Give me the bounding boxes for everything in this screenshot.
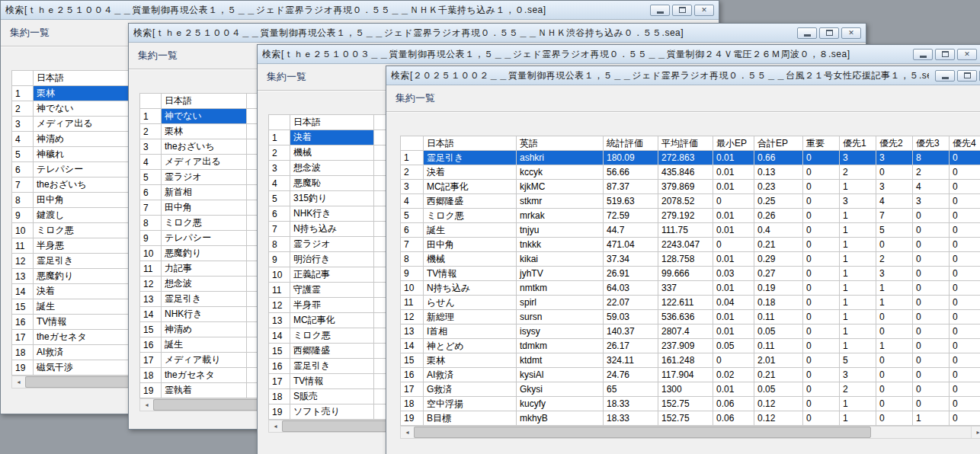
column-header[interactable]: 統計評価 bbox=[604, 136, 658, 151]
grid-cell[interactable]: 0 bbox=[803, 397, 840, 411]
grid-cell[interactable]: 24.76 bbox=[604, 368, 658, 382]
grid-cell[interactable]: 1300 bbox=[658, 382, 713, 397]
scroll-left-button[interactable]: ◂ bbox=[140, 399, 154, 411]
grid-cell[interactable]: 鍵渡し bbox=[34, 208, 130, 223]
row-number-cell[interactable]: 3 bbox=[401, 180, 424, 194]
grid-cell[interactable]: theガセネタ bbox=[162, 368, 247, 383]
grid-cell[interactable]: 2 bbox=[876, 252, 913, 267]
grid-cell[interactable]: G救済 bbox=[424, 382, 517, 397]
grid-cell[interactable]: 0 bbox=[713, 194, 754, 209]
grid-cell[interactable]: 悪魔恥 bbox=[290, 176, 374, 191]
grid-cell[interactable]: spirl bbox=[517, 296, 604, 310]
row-number-cell[interactable]: 15 bbox=[140, 322, 162, 337]
row-number-cell[interactable]: 19 bbox=[140, 383, 162, 398]
table-row[interactable]: 15栗林ktdmt324.11161.24802.0105000 bbox=[401, 353, 980, 368]
grid-cell[interactable]: 霊ラジオ bbox=[162, 170, 247, 185]
row-number-cell[interactable]: 5 bbox=[140, 170, 162, 185]
titlebar[interactable]: 検索[ｔｈｅ２５１００４＿＿質量制御再現公表１，５＿＿ジェド霊界ラジオ再現０．５… bbox=[129, 24, 866, 43]
row-number-cell[interactable]: 6 bbox=[401, 223, 424, 238]
grid-cell[interactable]: 0.29 bbox=[754, 252, 803, 267]
grid-cell[interactable]: 3 bbox=[840, 368, 876, 382]
grid-cell[interactable]: ミロク悪 bbox=[162, 216, 247, 231]
grid-cell[interactable]: 0.05 bbox=[754, 382, 803, 397]
grid-cell[interactable]: 5 bbox=[840, 353, 876, 368]
grid-cell[interactable]: 122.611 bbox=[658, 296, 713, 310]
titlebar[interactable]: 検索[ｔｈｅ２５１００４＿＿質量制御再現公表１，５＿＿ジェド霊界ラジオ再現０．５… bbox=[1, 1, 719, 20]
grid-cell[interactable]: MC記事化 bbox=[290, 313, 374, 328]
row-number-cell[interactable]: 13 bbox=[140, 292, 162, 307]
row-number-cell[interactable]: 15 bbox=[269, 344, 290, 359]
grid-cell[interactable]: 神穢れ bbox=[34, 147, 130, 162]
grid-cell[interactable]: ミロク悪 bbox=[424, 209, 517, 223]
grid-cell[interactable]: 2243.047 bbox=[658, 238, 713, 252]
column-header[interactable]: 優先4 bbox=[950, 136, 980, 151]
grid-cell[interactable]: 0 bbox=[803, 339, 840, 353]
grid-cell[interactable]: 3 bbox=[876, 180, 913, 194]
row-number-cell[interactable]: 19 bbox=[12, 360, 34, 376]
grid-cell[interactable]: 半身罪 bbox=[290, 298, 374, 313]
grid-cell[interactable]: 2078.52 bbox=[658, 194, 713, 209]
grid-cell[interactable]: B目標 bbox=[424, 411, 517, 426]
column-header[interactable]: 重要 bbox=[803, 136, 840, 151]
grid-cell[interactable]: 59.03 bbox=[604, 310, 658, 325]
row-number-cell[interactable]: 5 bbox=[401, 209, 424, 223]
row-number-cell[interactable]: 17 bbox=[401, 382, 424, 397]
grid-cell[interactable]: mrkak bbox=[517, 209, 604, 223]
row-number-cell[interactable]: 17 bbox=[140, 353, 162, 368]
grid-cell[interactable]: 0.19 bbox=[754, 281, 803, 296]
grid-cell[interactable]: 0 bbox=[913, 339, 950, 353]
table-row[interactable]: 16AI救済kysiAl24.76117.9040.020.2103000 bbox=[401, 368, 980, 382]
grid-cell[interactable]: 4 bbox=[876, 194, 913, 209]
grid-cell[interactable]: 空中浮揚 bbox=[424, 397, 517, 411]
row-number-cell[interactable]: 18 bbox=[401, 397, 424, 411]
grid-cell[interactable]: 1 bbox=[840, 397, 876, 411]
row-number-cell[interactable]: 15 bbox=[12, 299, 34, 315]
column-header[interactable]: 優先3 bbox=[913, 136, 950, 151]
row-number-cell[interactable]: 6 bbox=[140, 185, 162, 200]
grid-cell[interactable]: 18.33 bbox=[604, 397, 658, 411]
row-number-cell[interactable]: 9 bbox=[401, 267, 424, 281]
row-number-cell[interactable]: 8 bbox=[401, 252, 424, 267]
table-row[interactable]: 10N持ち込みnmtkm64.033370.010.1901100 bbox=[401, 281, 980, 296]
row-number-cell[interactable]: 18 bbox=[12, 345, 34, 360]
row-number-cell[interactable]: 11 bbox=[12, 238, 34, 254]
grid-cell[interactable]: 0 bbox=[803, 353, 840, 368]
column-header[interactable]: 日本語 bbox=[34, 71, 130, 86]
grid-cell[interactable]: 1 bbox=[840, 209, 876, 223]
grid-cell[interactable]: NHK行き bbox=[162, 307, 247, 322]
grid-cell[interactable]: 0 bbox=[950, 397, 980, 411]
grid-cell[interactable]: 1 bbox=[876, 281, 913, 296]
grid-cell[interactable]: 0.03 bbox=[713, 267, 754, 281]
grid-cell[interactable]: ktdmt bbox=[517, 353, 604, 368]
column-header[interactable]: 日本語 bbox=[290, 115, 374, 130]
maximize-button[interactable] bbox=[819, 27, 839, 39]
row-number-cell[interactable]: 10 bbox=[140, 246, 162, 261]
grid-cell[interactable]: 霊執着 bbox=[162, 383, 247, 398]
grid-cell[interactable]: 0 bbox=[913, 397, 950, 411]
column-header[interactable]: 平均評価 bbox=[658, 136, 713, 151]
close-button[interactable]: ✕ bbox=[841, 27, 861, 39]
grid-cell[interactable]: 正義記事 bbox=[290, 267, 374, 283]
grid-cell[interactable]: 3 bbox=[840, 151, 876, 165]
grid-cell[interactable]: 0 bbox=[950, 310, 980, 325]
row-number-cell[interactable]: 18 bbox=[269, 389, 290, 404]
maximize-button[interactable] bbox=[935, 49, 955, 60]
table-row[interactable]: 2決着kccyk56.66435.8460.010.1302020 bbox=[401, 165, 980, 180]
grid-cell[interactable]: 2 bbox=[913, 165, 950, 180]
row-number-cell[interactable]: 4 bbox=[401, 194, 424, 209]
maximize-button[interactable] bbox=[957, 70, 977, 82]
grid-cell[interactable]: 72.59 bbox=[604, 209, 658, 223]
grid-cell[interactable]: 152.75 bbox=[658, 411, 713, 426]
table-row[interactable]: 1霊足引きashkri180.09272.8630.010.6603380 bbox=[401, 151, 980, 165]
grid-cell[interactable]: MC記事化 bbox=[424, 180, 517, 194]
grid-cell[interactable]: 0.01 bbox=[713, 252, 754, 267]
grid-cell[interactable]: 1 bbox=[840, 339, 876, 353]
grid-cell[interactable]: 0 bbox=[950, 339, 980, 353]
row-number-cell[interactable]: 3 bbox=[269, 161, 290, 176]
grid-cell[interactable]: 87.37 bbox=[604, 180, 658, 194]
grid-cell[interactable]: 0 bbox=[803, 223, 840, 238]
grid-cell[interactable]: kccyk bbox=[517, 165, 604, 180]
grid-cell[interactable]: 0 bbox=[803, 281, 840, 296]
row-number-cell[interactable]: 1 bbox=[269, 130, 290, 145]
grid-cell[interactable]: 0 bbox=[913, 325, 950, 339]
